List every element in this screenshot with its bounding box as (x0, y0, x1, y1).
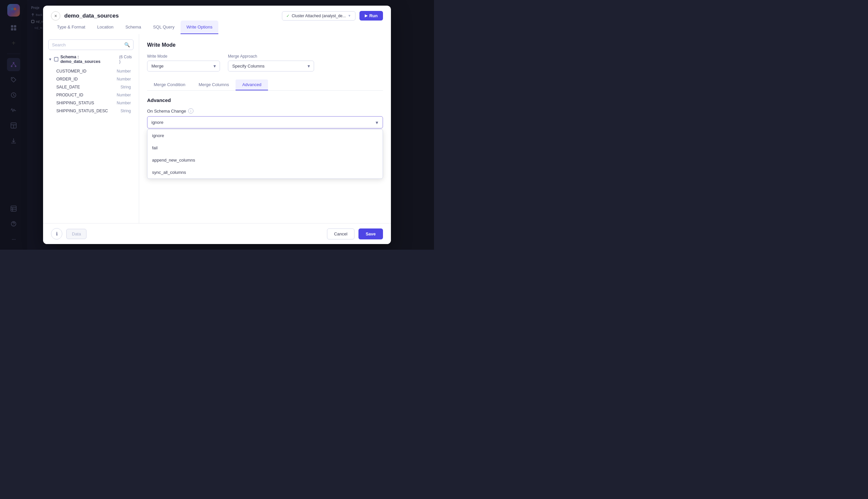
list-item: ORDER_IDNumber (48, 75, 133, 83)
schema-header: ▼ Schema : demo_data_sources (6 Cols ) (48, 54, 133, 64)
write-mode-title: Write Mode (147, 42, 383, 48)
tab-write-options[interactable]: Write Options (181, 21, 219, 34)
modal-title: demo_data_sources (64, 13, 119, 19)
tab-schema[interactable]: Schema (119, 21, 147, 34)
write-mode-group: Write Mode Merge Append Overwrite ▼ (147, 54, 220, 72)
svg-rect-26 (54, 57, 58, 61)
tab-type-format[interactable]: Type & Format (51, 21, 91, 34)
cluster-attached-icon: ✓ (286, 14, 290, 18)
list-item: PRODUCT_IDNumber (48, 91, 133, 99)
schema-name: Schema : demo_data_sources (60, 54, 117, 64)
option-append-new-columns[interactable]: append_new_columns (147, 154, 383, 166)
list-item: SHIPPING_STATUSNumber (48, 99, 133, 107)
schema-columns: CUSTOMER_IDNumberORDER_IDNumberSALE_DATE… (48, 67, 133, 115)
list-item: CUSTOMER_IDNumber (48, 67, 133, 75)
on-schema-change-select[interactable]: ignore fail append_new_columns sync_all_… (147, 116, 383, 129)
search-icon: 🔍 (124, 42, 130, 47)
info-button[interactable]: ℹ (51, 228, 62, 240)
list-item: SHIPPING_STATUS_DESCString (48, 107, 133, 115)
tab-location[interactable]: Location (91, 21, 119, 34)
run-button[interactable]: ▶ Run (360, 11, 383, 21)
merge-approach-group: Merge Approach Specify Columns All Colum… (228, 54, 314, 72)
cluster-button[interactable]: ✓ Cluster Attached (analyst_de... ▼ (282, 11, 355, 21)
cancel-button[interactable]: Cancel (327, 229, 354, 240)
advanced-title: Advanced (147, 97, 383, 103)
schema-change-options: ignore fail append_new_columns sync_all_… (147, 129, 383, 179)
tab-sql-query[interactable]: SQL Query (147, 21, 181, 34)
schema-change-label-row: On Schema Change i (147, 108, 383, 113)
schema-chevron-icon: ▼ (48, 57, 52, 61)
play-icon: ▶ (365, 14, 367, 18)
sub-tab-merge-columns[interactable]: Merge Columns (192, 80, 236, 90)
search-input[interactable] (52, 42, 122, 47)
schema-col-count: (6 Cols ) (119, 54, 133, 64)
modal-overlay: × demo_data_sources ✓ Cluster Attached (… (0, 0, 434, 250)
on-schema-change-dropdown-container: ignore fail append_new_columns sync_all_… (147, 116, 383, 129)
modal-footer: ℹ Data Cancel Save (43, 223, 391, 244)
merge-approach-select-wrapper: Specify Columns All Columns ▼ (228, 61, 314, 72)
write-mode-label: Write Mode (147, 54, 220, 59)
search-box: 🔍 (48, 39, 133, 50)
merge-approach-label: Merge Approach (228, 54, 314, 59)
write-mode-select[interactable]: Merge Append Overwrite (147, 61, 220, 72)
option-sync-all-columns[interactable]: sync_all_columns (147, 166, 383, 179)
modal-body: 🔍 ▼ Schema : demo_data_sources (6 Cols )… (43, 34, 391, 223)
write-mode-row: Write Mode Merge Append Overwrite ▼ Merg… (147, 54, 383, 72)
merge-approach-select[interactable]: Specify Columns All Columns (228, 61, 314, 72)
info-icon[interactable]: i (188, 108, 193, 113)
advanced-section: Advanced On Schema Change i ignore fail … (147, 97, 383, 129)
data-button: Data (66, 229, 86, 239)
close-button[interactable]: × (51, 11, 60, 21)
option-fail[interactable]: fail (147, 142, 383, 154)
schema-table-icon (54, 57, 58, 62)
sub-tab-advanced[interactable]: Advanced (236, 80, 268, 90)
list-item: SALE_DATEString (48, 83, 133, 91)
write-mode-select-wrapper: Merge Append Overwrite ▼ (147, 61, 220, 72)
modal: × demo_data_sources ✓ Cluster Attached (… (43, 5, 391, 244)
content-panel: Write Mode Write Mode Merge Append Overw… (139, 34, 391, 223)
sub-tab-merge-condition[interactable]: Merge Condition (147, 80, 192, 90)
save-button[interactable]: Save (359, 229, 383, 240)
option-ignore[interactable]: ignore (147, 130, 383, 142)
schema-panel: 🔍 ▼ Schema : demo_data_sources (6 Cols )… (43, 34, 139, 223)
chevron-down-icon: ▼ (348, 14, 351, 17)
sub-tabs: Merge Condition Merge Columns Advanced (147, 80, 383, 91)
modal-tabs: Type & Format Location Schema SQL Query … (43, 21, 391, 34)
